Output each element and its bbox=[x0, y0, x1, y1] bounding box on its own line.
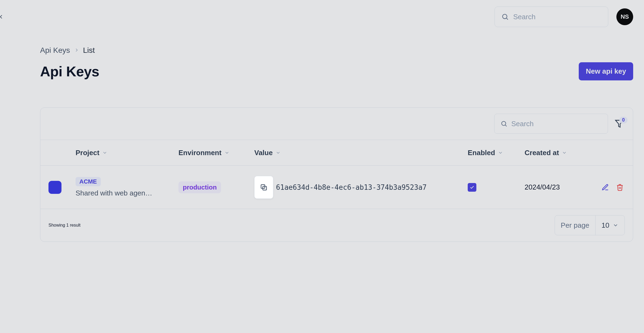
copy-key-button[interactable] bbox=[254, 176, 273, 199]
modal-overlay bbox=[0, 0, 644, 333]
copy-icon bbox=[260, 183, 268, 191]
